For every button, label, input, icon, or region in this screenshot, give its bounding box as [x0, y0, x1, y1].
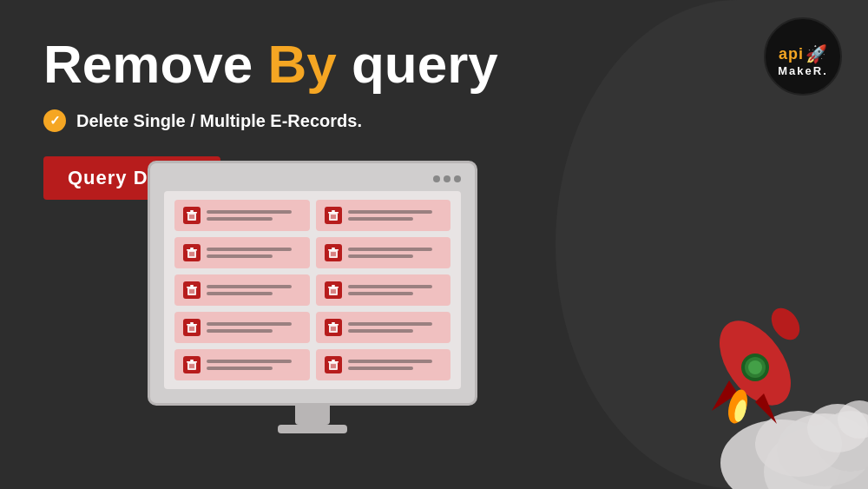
record-lines — [348, 360, 443, 370]
subtitle-row: Delete Single / Multiple E-Records. — [43, 109, 825, 132]
record-line — [207, 367, 273, 370]
record-line — [207, 292, 273, 295]
record-item — [316, 200, 451, 231]
record-item — [174, 349, 310, 380]
svg-rect-67 — [190, 364, 191, 368]
svg-rect-17 — [187, 212, 197, 214]
trash-icon — [183, 281, 201, 299]
svg-rect-49 — [331, 289, 332, 294]
record-line — [207, 217, 273, 221]
record-lines — [207, 360, 301, 370]
svg-rect-42 — [190, 285, 194, 287]
monitor-wrapper — [148, 161, 477, 433]
svg-rect-74 — [332, 364, 333, 368]
svg-rect-65 — [187, 361, 197, 363]
dot-2 — [444, 175, 450, 182]
trash-icon — [183, 244, 201, 261]
svg-rect-36 — [332, 248, 335, 249]
monitor-base — [278, 425, 347, 433]
title-by: By — [267, 34, 336, 94]
svg-rect-37 — [331, 252, 332, 256]
svg-rect-32 — [192, 252, 193, 256]
record-item — [316, 312, 451, 343]
svg-rect-47 — [328, 287, 339, 288]
svg-rect-43 — [190, 289, 191, 294]
record-line — [348, 210, 433, 214]
record-lines — [207, 248, 301, 258]
svg-rect-63 — [334, 327, 335, 331]
record-line — [348, 254, 414, 258]
svg-rect-62 — [332, 327, 333, 331]
svg-rect-48 — [332, 285, 335, 287]
record-line — [348, 285, 433, 288]
svg-rect-38 — [332, 252, 333, 256]
svg-rect-33 — [194, 252, 194, 256]
record-line — [207, 254, 273, 258]
title-query: query — [337, 34, 498, 94]
svg-rect-68 — [192, 364, 193, 368]
record-line — [207, 360, 292, 363]
record-lines — [348, 322, 443, 333]
record-line — [207, 285, 292, 288]
svg-rect-44 — [192, 289, 193, 294]
record-line — [348, 329, 414, 333]
svg-rect-29 — [187, 249, 197, 251]
svg-rect-56 — [192, 327, 193, 331]
record-line — [348, 322, 433, 326]
record-lines — [207, 322, 301, 333]
svg-rect-55 — [190, 327, 191, 331]
record-item — [174, 312, 310, 343]
svg-rect-61 — [331, 327, 332, 331]
dot-3 — [454, 175, 461, 182]
svg-rect-23 — [328, 212, 339, 214]
record-item — [174, 200, 310, 231]
page-title: Remove By query — [43, 35, 825, 94]
title-remove: Remove — [43, 34, 267, 94]
svg-rect-25 — [331, 215, 332, 219]
svg-rect-59 — [328, 324, 339, 326]
record-item — [316, 274, 451, 306]
trash-icon — [325, 281, 342, 299]
svg-rect-30 — [190, 248, 194, 249]
svg-rect-27 — [334, 215, 335, 219]
monitor-stand — [295, 406, 330, 425]
record-lines — [207, 210, 301, 221]
trash-icon — [183, 319, 201, 336]
record-item — [316, 349, 451, 380]
svg-rect-21 — [194, 215, 194, 219]
trash-icon — [325, 319, 342, 336]
svg-rect-20 — [192, 215, 193, 219]
record-line — [348, 217, 414, 221]
trash-icon — [183, 207, 201, 224]
record-lines — [207, 285, 301, 295]
svg-rect-24 — [332, 210, 335, 212]
svg-rect-45 — [194, 289, 194, 294]
record-line — [348, 248, 433, 251]
record-line — [348, 360, 433, 363]
svg-rect-26 — [332, 215, 333, 219]
svg-rect-75 — [334, 364, 335, 368]
record-lines — [348, 210, 443, 221]
trash-icon — [183, 356, 201, 373]
svg-rect-60 — [332, 322, 335, 324]
svg-rect-53 — [187, 324, 197, 326]
record-item — [174, 237, 310, 268]
trash-icon — [325, 356, 342, 373]
trash-icon — [325, 207, 342, 224]
svg-rect-41 — [187, 287, 197, 288]
svg-rect-66 — [190, 360, 194, 361]
record-line — [207, 329, 273, 333]
svg-rect-18 — [190, 210, 194, 212]
record-lines — [348, 248, 443, 258]
monitor — [148, 161, 477, 406]
record-lines — [348, 285, 443, 295]
record-line — [207, 248, 292, 251]
record-item — [174, 274, 310, 306]
record-line — [207, 210, 292, 214]
svg-rect-50 — [332, 289, 333, 294]
svg-rect-35 — [328, 249, 339, 251]
record-item — [316, 237, 451, 268]
svg-rect-69 — [194, 364, 194, 368]
trash-icon — [325, 244, 342, 261]
svg-rect-71 — [328, 361, 339, 363]
